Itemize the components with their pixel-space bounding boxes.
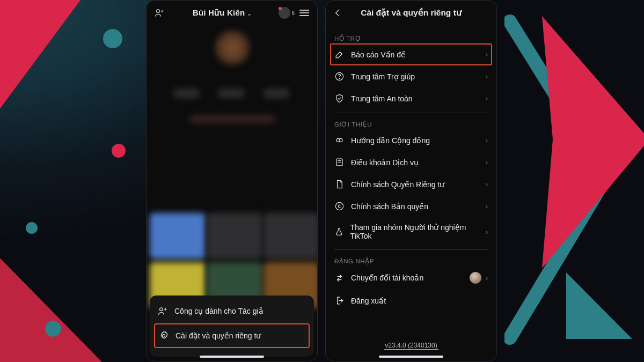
switch-icon bbox=[334, 273, 345, 283]
decoration-dot bbox=[103, 29, 122, 48]
decoration-left bbox=[0, 0, 140, 362]
divider bbox=[334, 113, 488, 113]
home-indicator bbox=[379, 356, 443, 358]
decoration-right bbox=[504, 0, 644, 362]
row-label: Trung tâm An toàn bbox=[351, 94, 413, 103]
chevron-right-icon: › bbox=[486, 228, 488, 236]
version-text: v23.4.0 (2340130) bbox=[326, 342, 496, 349]
decoration-dot bbox=[45, 321, 61, 337]
phone-settings: Cài đặt và quyền riêng tư HỖ TRỢ Báo cáo… bbox=[325, 0, 497, 361]
chevron-right-icon: › bbox=[486, 202, 488, 210]
avatar bbox=[470, 272, 481, 284]
chevron-down-icon: ⌄ bbox=[247, 10, 252, 17]
row-safety-center[interactable]: Trung tâm An toàn › bbox=[333, 87, 489, 109]
row-terms-of-service[interactable]: Điều khoản Dịch vụ › bbox=[333, 151, 489, 173]
row-beta-tester[interactable]: Tham gia nhóm Người thử nghiệm TikTok › bbox=[333, 217, 489, 246]
row-report-problem[interactable]: Báo cáo Vấn đề › bbox=[330, 43, 492, 65]
svg-point-6 bbox=[160, 308, 163, 311]
divider bbox=[334, 249, 488, 250]
logout-icon bbox=[334, 295, 345, 306]
svg-point-5 bbox=[157, 10, 160, 13]
chevron-right-icon: › bbox=[486, 158, 488, 166]
sheet-item-label: Cài đặt và quyền riêng tư bbox=[175, 331, 261, 340]
phone-profile: Bùi Hữu Kiên⌄ 6 Công cụ dành cho Tác giả… bbox=[146, 0, 318, 361]
svg-point-16 bbox=[335, 202, 343, 210]
row-label: Hướng dẫn Cộng đồng bbox=[351, 136, 430, 145]
help-icon bbox=[334, 71, 345, 82]
chevron-right-icon: › bbox=[486, 72, 488, 80]
username-label: Bùi Hữu Kiên bbox=[193, 8, 245, 17]
copyright-icon bbox=[334, 201, 345, 211]
section-label-about: GIỚI THIỆU bbox=[334, 121, 488, 128]
shield-icon bbox=[334, 93, 345, 104]
decoration-dot bbox=[26, 222, 38, 234]
svg-point-8 bbox=[163, 335, 165, 337]
add-user-icon[interactable] bbox=[153, 6, 166, 19]
sheet-item-settings-privacy[interactable]: Cài đặt và quyền riêng tư bbox=[154, 323, 310, 348]
chevron-right-icon: › bbox=[486, 94, 488, 102]
flask-icon bbox=[334, 227, 344, 237]
row-label: Chính sách Bản quyền bbox=[351, 202, 428, 211]
settings-title: Cài đặt và quyền riêng tư bbox=[344, 8, 478, 18]
back-button[interactable] bbox=[331, 6, 344, 19]
pencil-icon bbox=[334, 49, 345, 60]
chevron-right-icon: › bbox=[486, 180, 488, 188]
svg-marker-7 bbox=[164, 307, 167, 311]
sheet-item-creator-tools[interactable]: Công cụ dành cho Tác giả bbox=[154, 299, 310, 323]
section-label-support: HỖ TRỢ bbox=[334, 35, 488, 42]
row-copyright-policy[interactable]: Chính sách Bản quyền › bbox=[333, 195, 489, 217]
row-label: Chính sách Quyền Riêng tư bbox=[351, 180, 444, 189]
hamburger-menu-icon[interactable] bbox=[298, 6, 311, 19]
section-label-login: ĐĂNG NHẬP bbox=[334, 257, 488, 265]
home-indicator bbox=[200, 356, 264, 358]
svg-point-10 bbox=[339, 78, 340, 79]
row-switch-account[interactable]: Chuyển đổi tài khoản › bbox=[333, 266, 489, 290]
svg-marker-3 bbox=[542, 16, 644, 268]
chevron-right-icon: › bbox=[486, 136, 488, 144]
username-dropdown[interactable]: Bùi Hữu Kiên⌄ bbox=[166, 8, 279, 18]
document-icon bbox=[334, 179, 345, 189]
svg-marker-4 bbox=[566, 272, 632, 339]
add-user-icon bbox=[157, 306, 168, 316]
svg-marker-2 bbox=[0, 225, 102, 362]
row-label: Điều khoản Dịch vụ bbox=[351, 158, 419, 167]
row-logout[interactable]: Đăng xuất bbox=[333, 290, 489, 312]
book-icon bbox=[334, 157, 345, 167]
sheet-item-label: Công cụ dành cho Tác giả bbox=[174, 307, 264, 315]
svg-marker-1 bbox=[0, 0, 80, 145]
row-label: Tham gia nhóm Người thử nghiệm TikTok bbox=[350, 223, 479, 240]
row-community-guidelines[interactable]: Hướng dẫn Cộng đồng › bbox=[333, 129, 489, 151]
bottom-sheet: Công cụ dành cho Tác giả Cài đặt và quyề… bbox=[150, 295, 314, 357]
row-label: Chuyển đổi tài khoản bbox=[351, 274, 423, 282]
profile-header: Bùi Hữu Kiên⌄ 6 bbox=[147, 1, 317, 25]
svg-point-12 bbox=[339, 138, 342, 142]
badge-count: 6 bbox=[291, 10, 295, 16]
settings-header: Cài đặt và quyền riêng tư bbox=[326, 1, 496, 25]
link-icon bbox=[334, 135, 345, 145]
row-label: Báo cáo Vấn đề bbox=[351, 50, 406, 59]
decoration-dot bbox=[112, 144, 126, 158]
chevron-right-icon: › bbox=[486, 50, 488, 58]
chevron-right-icon: › bbox=[486, 274, 488, 282]
row-privacy-policy[interactable]: Chính sách Quyền Riêng tư › bbox=[333, 173, 489, 195]
profile-body-blurred bbox=[147, 25, 317, 313]
row-label: Trung tâm Trợ giúp bbox=[351, 72, 415, 81]
row-help-center[interactable]: Trung tâm Trợ giúp › bbox=[333, 65, 489, 87]
gear-icon bbox=[158, 330, 169, 341]
row-label: Đăng xuất bbox=[351, 297, 386, 305]
